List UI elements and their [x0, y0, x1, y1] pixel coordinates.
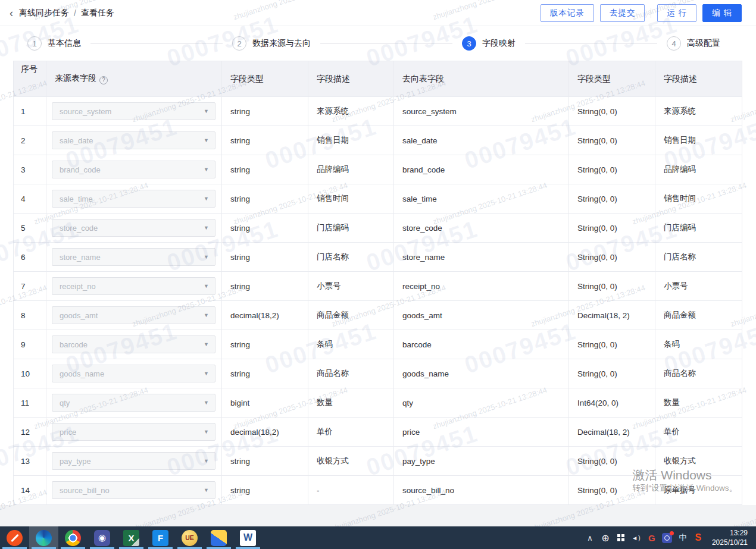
version-history-button[interactable]: 版本记录 — [541, 4, 594, 22]
cell-source-type: string — [222, 184, 308, 214]
cell-source-field: goods_amt▼ — [46, 301, 222, 330]
cell-target-desc: 小票号 — [655, 272, 742, 301]
taskbar-pen-app-icon[interactable] — [0, 526, 29, 549]
taskbar-excel-icon[interactable]: X — [117, 526, 146, 549]
topbar: ‹ 离线同步任务 / 查看任务 版本记录 去提交 运 行 编 辑 — [0, 0, 756, 26]
g-tray-app-icon[interactable]: G — [645, 526, 658, 549]
taskbar-chrome-icon[interactable] — [58, 526, 88, 549]
taskbar-edge-icon[interactable] — [29, 526, 58, 549]
chevron-down-icon: ▼ — [204, 137, 209, 143]
cell-target-field: qty — [394, 388, 569, 418]
below-table-strip — [0, 505, 756, 528]
step-label: 基本信息 — [48, 38, 81, 49]
source-field-select[interactable]: pay_type▼ — [52, 452, 215, 470]
cell-target-type: String(0, 0) — [569, 126, 655, 155]
table-row: 10goods_name▼string商品名称goods_nameString(… — [14, 359, 742, 388]
source-field-select[interactable]: qty▼ — [52, 394, 215, 412]
source-field-select[interactable]: sale_date▼ — [52, 131, 215, 149]
table-row: 6store_name▼string门店名称store_nameString(0… — [14, 243, 742, 272]
cell-source-field: sale_date▼ — [46, 126, 222, 155]
edit-button[interactable]: 编 辑 — [702, 4, 742, 22]
chevron-down-icon: ▼ — [204, 254, 209, 260]
cell-source-desc: 门店编码 — [308, 214, 394, 243]
taskbar-chat-app-icon[interactable]: ◉ — [88, 526, 117, 549]
step-circle-3[interactable]: 3 — [462, 36, 476, 51]
cell-source-desc: - — [308, 476, 394, 505]
source-field-select[interactable]: goods_name▼ — [52, 365, 215, 382]
cell-seq: 13 — [14, 447, 46, 476]
cell-seq: 7 — [14, 272, 46, 301]
source-field-select[interactable]: barcode▼ — [52, 335, 215, 353]
cell-target-field: barcode — [394, 330, 569, 359]
cell-target-desc: 单价 — [655, 418, 742, 447]
run-button[interactable]: 运 行 — [657, 4, 696, 22]
cell-target-type: String(0, 0) — [569, 97, 655, 126]
volume-icon[interactable]: ◄) — [630, 526, 643, 549]
source-field-select[interactable]: price▼ — [52, 423, 215, 441]
system-tray: ∧ ⊕ ◄) G 中 S 13:29 2025/10/21 — [583, 526, 756, 549]
cell-target-type: String(0, 0) — [569, 330, 655, 359]
back-icon[interactable]: ‹ — [10, 8, 13, 18]
step-circle-2[interactable]: 2 — [232, 36, 246, 51]
cell-target-field: store_code — [394, 214, 569, 243]
cell-target-type: String(0, 0) — [569, 359, 655, 388]
cell-source-type: string — [222, 126, 308, 155]
cell-source-type: string — [222, 97, 308, 126]
source-field-select[interactable]: source_system▼ — [52, 102, 215, 120]
table-row: 11qty▼bigint数量qtyInt64(20, 0)数量 — [14, 388, 742, 418]
source-field-select[interactable]: brand_code▼ — [52, 161, 215, 178]
column-header-seq: 序号 — [14, 61, 46, 97]
column-header-target-desc: 字段描述 — [655, 61, 742, 97]
source-field-select[interactable]: store_code▼ — [52, 219, 215, 237]
source-field-value: sale_time — [60, 194, 93, 203]
source-field-select[interactable]: goods_amt▼ — [52, 306, 215, 324]
step-高级配置: 4高级配置 — [667, 36, 720, 51]
breadcrumb-root[interactable]: 离线同步任务 — [19, 8, 69, 18]
ime-language-indicator[interactable]: 中 — [676, 526, 689, 549]
step-label: 高级配置 — [687, 38, 720, 49]
cell-source-desc: 门店名称 — [308, 243, 394, 272]
tray-expand-icon[interactable]: ∧ — [583, 526, 596, 549]
cell-source-desc: 收银方式 — [308, 447, 394, 476]
excel-icon: X — [123, 530, 139, 546]
cell-source-type: decimal(18,2) — [222, 418, 308, 447]
taskbar-word-icon[interactable]: W — [233, 526, 263, 549]
source-field-select[interactable]: store_name▼ — [52, 248, 215, 266]
column-header-source-type: 字段类型 — [222, 61, 308, 97]
cell-source-type: decimal(18,2) — [222, 301, 308, 330]
step-circle-1[interactable]: 1 — [27, 36, 42, 51]
table-row: 3brand_code▼string品牌编码brand_codeString(0… — [14, 155, 742, 184]
foxmail-icon — [211, 530, 227, 546]
go-submit-button[interactable]: 去提交 — [600, 4, 645, 22]
step-circle-4[interactable]: 4 — [667, 36, 681, 51]
cell-source-type: string — [222, 243, 308, 272]
table-row: 13pay_type▼string收银方式pay_typeString(0, 0… — [14, 447, 742, 476]
sogou-tray-icon[interactable]: S — [692, 526, 705, 549]
table-row: 4sale_time▼string销售时间sale_timeString(0, … — [14, 184, 742, 214]
source-field-select[interactable]: receipt_no▼ — [52, 277, 215, 295]
cell-source-type: string — [222, 447, 308, 476]
step-connector-line — [525, 43, 657, 44]
cell-target-field: source_system — [394, 97, 569, 126]
cell-target-type: String(0, 0) — [569, 243, 655, 272]
app-grid-icon[interactable] — [614, 526, 627, 549]
source-field-select[interactable]: source_bill_no▼ — [52, 481, 215, 499]
taskbar-ultraedit-icon[interactable]: UE — [175, 526, 204, 549]
field-mapping-table-zone: 序号 来源表字段? 字段类型 字段描述 去向表字段 字段类型 字段描述 1sou… — [0, 61, 756, 528]
table-row: 9barcode▼string条码barcodeString(0, 0)条码 — [14, 330, 742, 359]
network-globe-icon[interactable]: ⊕ — [599, 526, 612, 549]
help-icon[interactable]: ? — [99, 76, 108, 84]
taskbar-foxmail-icon[interactable] — [204, 526, 233, 549]
cell-target-field: store_name — [394, 243, 569, 272]
cell-source-desc: 品牌编码 — [308, 155, 394, 184]
cell-target-field: brand_code — [394, 155, 569, 184]
screenshot-tray-app-icon[interactable] — [661, 526, 674, 549]
taskbar-blue-f-app-icon[interactable]: F — [146, 526, 175, 549]
taskbar-apps: ◉XFUEW — [0, 526, 263, 549]
step-connector-line — [320, 43, 452, 44]
source-field-select[interactable]: sale_time▼ — [52, 190, 215, 208]
cell-seq: 5 — [14, 214, 46, 243]
taskbar-clock[interactable]: 13:29 2025/10/21 — [707, 528, 751, 547]
cell-source-desc: 条码 — [308, 330, 394, 359]
cell-source-desc: 单价 — [308, 418, 394, 447]
